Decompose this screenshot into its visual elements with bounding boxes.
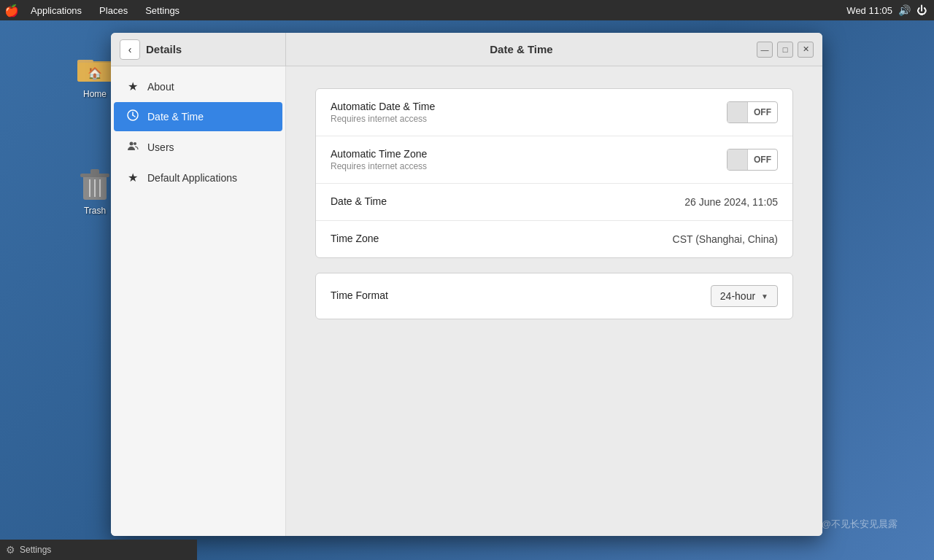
time-format-dropdown[interactable]: 24-hour ▼ (711, 285, 778, 307)
titlebar-left: ‹ Details (111, 33, 286, 66)
toggle-off-text: OFF (748, 107, 777, 117)
volume-icon[interactable]: 🔊 (898, 4, 911, 16)
auto-datetime-row: Automatic Date & Time Requires internet … (316, 89, 792, 136)
datetime-value: 26 June 2024, 11:05 (684, 196, 778, 208)
datetime-value-label: Date & Time (331, 195, 387, 207)
sidebar: ★ About Date & Time (111, 66, 286, 536)
titlebar: ‹ Details Date & Time — □ ✕ (111, 33, 822, 66)
home-folder-icon: 🏠 (77, 51, 112, 86)
sidebar-item-datetime-label: Date & Time (147, 111, 204, 122)
sidebar-item-users-label: Users (147, 141, 174, 153)
datetime-icon (126, 109, 140, 124)
svg-line-13 (133, 115, 135, 117)
topbar-logo: 🍎 (4, 4, 19, 18)
toggle-track-2 (727, 149, 748, 170)
taskbar: ⚙ Settings (0, 540, 197, 560)
topbar-settings[interactable]: Settings (138, 4, 187, 18)
main-panel: Automatic Date & Time Requires internet … (286, 66, 822, 536)
time-format-value: 24-hour (720, 290, 755, 302)
auto-datetime-info: Automatic Date & Time Requires internet … (331, 101, 435, 124)
auto-timezone-row: Automatic Time Zone Requires internet ac… (316, 136, 792, 184)
timezone-value-row: Time Zone CST (Shanghai, China) (316, 221, 792, 257)
taskbar-settings-icon: ⚙ (6, 544, 15, 556)
timezone-value-label: Time Zone (331, 233, 379, 244)
topbar-left: 🍎 Applications Places Settings (0, 4, 187, 18)
datetime-value-row: Date & Time 26 June 2024, 11:05 (316, 184, 792, 221)
topbar-places[interactable]: Places (92, 4, 135, 18)
svg-point-14 (130, 142, 134, 146)
toggle-off-text-2: OFF (748, 155, 777, 165)
sidebar-item-default-apps[interactable]: ★ Default Applications (114, 163, 282, 192)
svg-text:🏠: 🏠 (88, 66, 102, 80)
svg-point-15 (134, 142, 136, 145)
titlebar-center: Date & Time (286, 43, 757, 55)
sidebar-item-about[interactable]: ★ About (114, 72, 282, 101)
window-content: ★ About Date & Time (111, 66, 822, 536)
trash-icon (77, 168, 112, 203)
minimize-button[interactable]: — (757, 42, 773, 58)
auto-datetime-label: Automatic Date & Time (331, 101, 435, 112)
topbar-right: Wed 11:05 🔊 ⏻ (846, 4, 934, 16)
auto-timezone-label: Automatic Time Zone (331, 148, 427, 160)
datetime-card: Automatic Date & Time Requires internet … (315, 88, 793, 258)
titlebar-controls: — □ ✕ (757, 42, 822, 58)
default-apps-icon: ★ (126, 171, 140, 184)
svg-rect-7 (90, 169, 99, 174)
auto-timezone-sublabel: Requires internet access (331, 161, 427, 171)
sidebar-title: Details (146, 43, 182, 55)
sidebar-item-about-label: About (147, 81, 174, 93)
sidebar-item-datetime[interactable]: Date & Time (114, 102, 282, 131)
topbar-clock: Wed 11:05 (846, 5, 892, 16)
toggle-track (727, 102, 748, 122)
auto-datetime-sublabel: Requires internet access (331, 114, 435, 124)
time-format-label: Time Format (331, 289, 388, 301)
taskbar-settings-label: Settings (20, 545, 51, 555)
trash-icon-label: Trash (84, 206, 106, 216)
sidebar-item-default-apps-label: Default Applications (147, 172, 237, 184)
close-button[interactable]: ✕ (798, 42, 814, 58)
power-icon[interactable]: ⏻ (916, 4, 927, 16)
auto-datetime-toggle[interactable]: OFF (727, 101, 778, 123)
timeformat-card: Time Format 24-hour ▼ (315, 273, 793, 319)
topbar-applications[interactable]: Applications (23, 4, 89, 18)
home-icon-label: Home (83, 89, 107, 99)
back-button[interactable]: ‹ (120, 39, 140, 60)
dropdown-arrow-icon: ▼ (761, 292, 768, 300)
settings-window: ‹ Details Date & Time — □ ✕ ★ About (111, 33, 822, 536)
timezone-value: CST (Shanghai, China) (673, 233, 778, 245)
time-format-row: Time Format 24-hour ▼ (316, 273, 792, 319)
maximize-button[interactable]: □ (777, 42, 793, 58)
topbar: 🍎 Applications Places Settings Wed 11:05… (0, 0, 934, 20)
about-icon: ★ (126, 79, 140, 93)
auto-timezone-toggle[interactable]: OFF (727, 149, 778, 171)
window-title: Date & Time (490, 43, 552, 55)
auto-timezone-info: Automatic Time Zone Requires internet ac… (331, 148, 427, 171)
sidebar-item-users[interactable]: Users (114, 133, 282, 162)
users-icon (126, 140, 140, 155)
